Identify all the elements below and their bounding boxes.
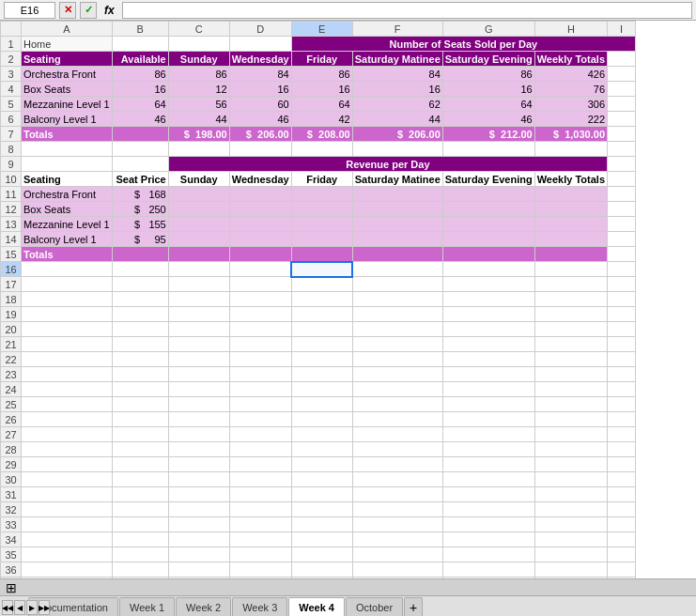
row-header-23[interactable]: 23 — [1, 367, 22, 382]
row-header-34[interactable]: 34 — [1, 532, 22, 547]
cell-i17[interactable] — [608, 277, 636, 292]
cell-a3[interactable]: Orchestra Front — [22, 67, 113, 82]
cell-a13[interactable]: Mezzanine Level 1 — [22, 217, 113, 232]
cell-d7[interactable]: $ 206.00 — [229, 127, 291, 142]
nav-prev-arrow[interactable]: ◀ — [14, 600, 25, 615]
cell-e12[interactable] — [291, 202, 352, 217]
row-header-16[interactable]: 16 — [1, 262, 22, 277]
row-header-18[interactable]: 18 — [1, 292, 22, 307]
cell-d16[interactable] — [229, 262, 291, 277]
cell-f17[interactable] — [352, 277, 442, 292]
tab-week2[interactable]: Week 2 — [176, 597, 231, 616]
cell-f13[interactable] — [352, 217, 442, 232]
row-header-14[interactable]: 14 — [1, 232, 22, 247]
nav-last-arrow[interactable]: ▶▶ — [39, 600, 50, 615]
cell-c1[interactable] — [168, 37, 229, 52]
cell-e10[interactable]: Friday — [291, 172, 352, 187]
cell-g15[interactable] — [442, 247, 534, 262]
nav-first-arrow[interactable]: ◀◀ — [2, 600, 13, 615]
cell-a15[interactable]: Totals — [22, 247, 113, 262]
cell-b6[interactable]: 46 — [112, 112, 168, 127]
cell-b5[interactable]: 64 — [112, 97, 168, 112]
cell-f2[interactable]: Saturday Matinee — [352, 52, 442, 67]
cell-h10[interactable]: Weekly Totals — [534, 172, 607, 187]
cell-a6[interactable]: Balcony Level 1 — [22, 112, 113, 127]
cell-i10[interactable] — [608, 172, 636, 187]
col-header-a[interactable]: A — [22, 22, 113, 37]
cell-d1[interactable] — [229, 37, 291, 52]
row-header-19[interactable]: 19 — [1, 307, 22, 322]
cell-c6[interactable]: 44 — [168, 112, 229, 127]
cell-d14[interactable] — [229, 232, 291, 247]
cell-e1-title[interactable]: Number of Seats Sold per Day — [291, 37, 635, 52]
cell-e14[interactable] — [291, 232, 352, 247]
nav-next-arrow[interactable]: ▶ — [26, 600, 38, 615]
cell-e17[interactable] — [291, 277, 352, 292]
row-header-31[interactable]: 31 — [1, 487, 22, 502]
cell-h15[interactable] — [534, 247, 607, 262]
row-header-30[interactable]: 30 — [1, 472, 22, 487]
tab-add-button[interactable]: + — [404, 597, 423, 616]
cell-c11[interactable] — [168, 187, 229, 202]
cell-i8[interactable] — [608, 142, 636, 157]
row-header-28[interactable]: 28 — [1, 442, 22, 457]
row-header-13[interactable]: 13 — [1, 217, 22, 232]
cell-i14[interactable] — [608, 232, 636, 247]
row-header-2[interactable]: 2 — [1, 52, 22, 67]
cell-d4[interactable]: 16 — [229, 82, 291, 97]
cell-e2[interactable]: Friday — [291, 52, 352, 67]
cell-d13[interactable] — [229, 217, 291, 232]
col-header-i[interactable]: I — [608, 22, 636, 37]
col-header-e[interactable]: E — [291, 22, 352, 37]
cell-i3[interactable] — [608, 67, 636, 82]
cell-e16[interactable] — [291, 262, 352, 277]
cell-c2[interactable]: Sunday — [168, 52, 229, 67]
cell-g10[interactable]: Saturday Evening — [442, 172, 534, 187]
cell-h12[interactable] — [534, 202, 607, 217]
cell-i5[interactable] — [608, 97, 636, 112]
cell-b14[interactable]: $ 95 — [112, 232, 168, 247]
cell-h5[interactable]: 306 — [534, 97, 607, 112]
cell-i7[interactable] — [608, 127, 636, 142]
row-header-4[interactable]: 4 — [1, 82, 22, 97]
cell-a12[interactable]: Box Seats — [22, 202, 113, 217]
cell-c3[interactable]: 86 — [168, 67, 229, 82]
cell-d10[interactable]: Wednesday — [229, 172, 291, 187]
cell-d17[interactable] — [229, 277, 291, 292]
cell-g14[interactable] — [442, 232, 534, 247]
cell-g16[interactable] — [442, 262, 534, 277]
cell-c9-title[interactable]: Revenue per Day — [168, 157, 607, 172]
cell-b1[interactable] — [112, 37, 168, 52]
row-header-22[interactable]: 22 — [1, 352, 22, 367]
cell-b17[interactable] — [112, 277, 168, 292]
cell-g3[interactable]: 86 — [442, 67, 534, 82]
row-header-10[interactable]: 10 — [1, 172, 22, 187]
cell-i16[interactable] — [608, 262, 636, 277]
cell-f16[interactable] — [352, 262, 442, 277]
cell-c15[interactable] — [168, 247, 229, 262]
cell-i12[interactable] — [608, 202, 636, 217]
cell-b11[interactable]: $ 168 — [112, 187, 168, 202]
cell-a17[interactable] — [22, 277, 113, 292]
cell-e7[interactable]: $ 208.00 — [291, 127, 352, 142]
cell-a11[interactable]: Orchestra Front — [22, 187, 113, 202]
cell-a14[interactable]: Balcony Level 1 — [22, 232, 113, 247]
row-header-6[interactable]: 6 — [1, 112, 22, 127]
row-header-21[interactable]: 21 — [1, 337, 22, 352]
cell-f8[interactable] — [352, 142, 442, 157]
cell-h16[interactable] — [534, 262, 607, 277]
cell-h3[interactable]: 426 — [534, 67, 607, 82]
cell-i11[interactable] — [608, 187, 636, 202]
cell-f4[interactable]: 16 — [352, 82, 442, 97]
row-header-5[interactable]: 5 — [1, 97, 22, 112]
cell-f15[interactable] — [352, 247, 442, 262]
cell-g7[interactable]: $ 212.00 — [442, 127, 534, 142]
row-header-36[interactable]: 36 — [1, 562, 22, 578]
tab-october[interactable]: October — [346, 597, 403, 616]
cell-reference-box[interactable]: E16 — [4, 2, 55, 19]
col-header-f[interactable]: F — [352, 22, 442, 37]
cell-h14[interactable] — [534, 232, 607, 247]
row-header-11[interactable]: 11 — [1, 187, 22, 202]
cell-e5[interactable]: 64 — [291, 97, 352, 112]
cell-a8[interactable] — [22, 142, 113, 157]
